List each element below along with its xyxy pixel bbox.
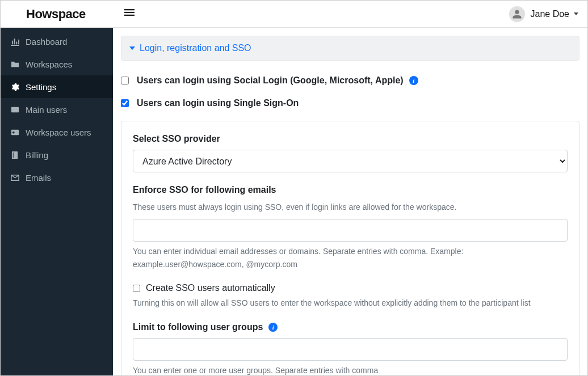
sidebar-item-label: Main users bbox=[26, 105, 67, 115]
sso-checkbox[interactable] bbox=[121, 99, 129, 107]
limit-groups-help: You can enter one or more user groups. S… bbox=[133, 364, 568, 375]
enforce-sso-label: Enforce SSO for following emails bbox=[133, 185, 568, 195]
sidebar-item-label: Workspace users bbox=[26, 128, 91, 137]
social-login-checkbox[interactable] bbox=[121, 77, 129, 85]
folder-icon bbox=[10, 60, 20, 69]
sidebar-item-workspace-users[interactable]: Workspace users bbox=[1, 121, 113, 143]
section-header-login-sso[interactable]: Login, registration and SSO bbox=[121, 36, 579, 61]
sso-provider-label: Select SSO provider bbox=[133, 134, 568, 144]
enforce-sso-help1: These users must always login using SSO,… bbox=[133, 201, 568, 213]
enforce-sso-input[interactable] bbox=[133, 219, 568, 242]
create-auto-checkbox[interactable] bbox=[133, 285, 140, 292]
sidebar-item-label: Dashboard bbox=[26, 37, 67, 47]
envelope-icon bbox=[10, 174, 20, 182]
username: Jane Doe bbox=[531, 9, 570, 19]
logo: Howspace bbox=[26, 7, 86, 22]
sidebar-item-emails[interactable]: Emails bbox=[1, 166, 113, 189]
sso-panel: Select SSO provider Azure Active Directo… bbox=[121, 121, 579, 375]
gear-icon bbox=[10, 83, 20, 91]
svg-rect-1 bbox=[124, 12, 135, 13]
sso-label: Users can login using Single Sign-On bbox=[137, 98, 299, 108]
enforce-sso-help2: You can enter individual email addresses… bbox=[133, 245, 568, 271]
info-icon[interactable]: i bbox=[409, 76, 418, 85]
create-auto-row: Create SSO users automatically bbox=[133, 283, 568, 293]
sidebar-item-settings[interactable]: Settings bbox=[1, 75, 113, 98]
sidebar-item-main-users[interactable]: Main users bbox=[1, 98, 113, 121]
create-auto-label: Create SSO users automatically bbox=[146, 283, 275, 293]
sidebar: Dashboard Workspaces Settings Main users… bbox=[1, 28, 113, 375]
sidebar-item-label: Workspaces bbox=[26, 60, 72, 69]
create-auto-help: Turning this on will allow all SSO users… bbox=[133, 297, 568, 309]
users-icon bbox=[10, 128, 20, 137]
card-icon bbox=[10, 105, 20, 114]
svg-rect-0 bbox=[124, 9, 135, 10]
sso-row: Users can login using Single Sign-On bbox=[121, 98, 579, 108]
social-login-label: Users can login using Social Login (Goog… bbox=[137, 75, 404, 86]
limit-groups-input[interactable] bbox=[133, 338, 568, 361]
info-icon[interactable]: i bbox=[268, 323, 278, 332]
user-menu[interactable]: Jane Doe bbox=[509, 6, 579, 22]
sidebar-item-label: Settings bbox=[26, 82, 56, 92]
chevron-down-icon bbox=[574, 12, 578, 15]
svg-point-5 bbox=[12, 131, 14, 133]
sidebar-item-dashboard[interactable]: Dashboard bbox=[1, 30, 113, 53]
svg-rect-2 bbox=[124, 15, 135, 16]
social-login-row: Users can login using Social Login (Goog… bbox=[121, 75, 579, 86]
svg-rect-3 bbox=[11, 107, 18, 112]
sidebar-item-billing[interactable]: Billing bbox=[1, 143, 113, 166]
caret-down-icon bbox=[129, 47, 135, 50]
chart-icon bbox=[10, 37, 20, 46]
section-title: Login, registration and SSO bbox=[140, 43, 251, 53]
topbar: Howspace Jane Doe bbox=[1, 1, 587, 28]
main-content: Login, registration and SSO Users can lo… bbox=[113, 28, 587, 375]
limit-groups-label: Limit to following user groups i bbox=[133, 322, 568, 332]
book-icon bbox=[10, 151, 20, 159]
avatar bbox=[509, 6, 525, 22]
sidebar-item-workspaces[interactable]: Workspaces bbox=[1, 53, 113, 75]
sidebar-item-label: Billing bbox=[26, 150, 48, 160]
hamburger-icon[interactable] bbox=[124, 7, 135, 20]
sso-provider-select[interactable]: Azure Active Directory bbox=[133, 150, 568, 172]
sidebar-item-label: Emails bbox=[26, 173, 51, 183]
